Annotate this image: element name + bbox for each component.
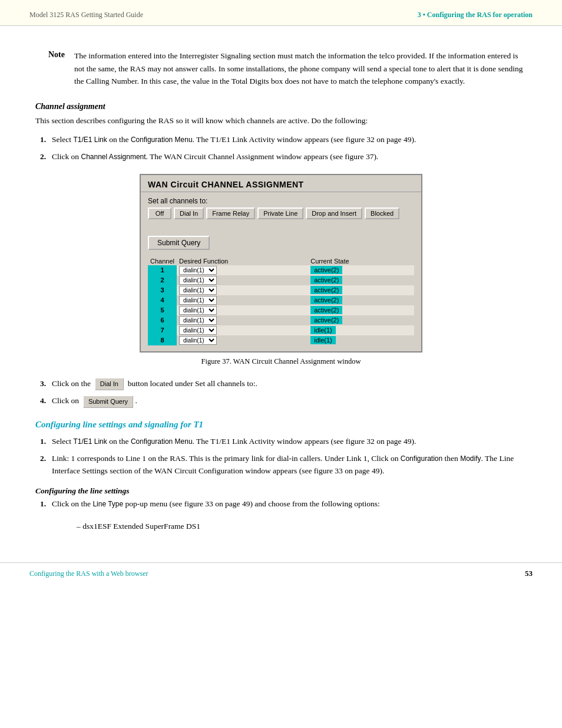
channel-state: idle(1) bbox=[308, 335, 414, 345]
channel-function[interactable]: dialin(1) bbox=[177, 305, 308, 315]
blocked-button[interactable]: Blocked bbox=[365, 207, 399, 219]
channel-number: 8 bbox=[148, 335, 177, 345]
spacer bbox=[148, 225, 414, 236]
channel-dropdown[interactable]: dialin(1) bbox=[179, 296, 217, 305]
step-text: Select T1/E1 Link on the Configuration M… bbox=[52, 134, 527, 146]
step-text: Click on Submit Query . bbox=[52, 395, 527, 407]
channel-dropdown[interactable]: dialin(1) bbox=[179, 266, 217, 275]
step-text: Click on the Line Type pop-up menu (see … bbox=[52, 498, 527, 510]
channel-state: active(2) bbox=[308, 295, 414, 305]
drop-insert-button[interactable]: Drop and Insert bbox=[306, 207, 362, 219]
step-number: 2. bbox=[35, 453, 46, 477]
figure-caption: Figure 37. WAN Circuit Channel Assignmen… bbox=[201, 357, 361, 366]
page-header: Model 3125 RAS Getting Started Guide 3 •… bbox=[0, 0, 562, 26]
list-item: 1. Click on the Line Type pop-up menu (s… bbox=[35, 498, 527, 510]
table-row: 6dialin(1)active(2) bbox=[148, 315, 414, 325]
page-footer: Configuring the RAS with a Web browser 5… bbox=[0, 562, 562, 584]
channel-dropdown[interactable]: dialin(1) bbox=[179, 286, 217, 295]
wan-title-bar: WAN Circuit CHANNEL ASSIGNMENT bbox=[141, 175, 421, 192]
channel-table: Channel Desired Function Current State 1… bbox=[148, 257, 414, 345]
wan-window: WAN Circuit CHANNEL ASSIGNMENT Set all c… bbox=[140, 174, 422, 353]
channel-number: 5 bbox=[148, 305, 177, 315]
table-row: 5dialin(1)active(2) bbox=[148, 305, 414, 315]
table-row: 8dialin(1)idle(1) bbox=[148, 335, 414, 345]
step-text: Link: 1 corresponds to Line 1 on the RAS… bbox=[52, 453, 527, 477]
channel-select-wrapper: dialin(1) bbox=[179, 326, 306, 335]
submit-section: Submit Query bbox=[148, 236, 414, 250]
sub-options: – dsx1ESF Extended SuperFrame DS1 bbox=[77, 520, 527, 533]
sub-option-item: – dsx1ESF Extended SuperFrame DS1 bbox=[77, 520, 527, 533]
step-number: 3. bbox=[35, 378, 46, 390]
col-header-state: Current State bbox=[308, 257, 414, 265]
step-text: Click on the Dial In button located unde… bbox=[52, 378, 527, 390]
list-item: 2. Click on Channel Assignment. The WAN … bbox=[35, 151, 527, 163]
page: Model 3125 RAS Getting Started Guide 3 •… bbox=[0, 0, 562, 728]
list-item: 1. Select T1/E1 Link on the Configuratio… bbox=[35, 436, 527, 448]
channel-select-wrapper: dialin(1) bbox=[179, 266, 306, 275]
configuring-line-steps: 1. Select T1/E1 Link on the Configuratio… bbox=[35, 436, 527, 477]
dialin-inline-button[interactable]: Dial In bbox=[95, 378, 124, 390]
channel-function[interactable]: dialin(1) bbox=[177, 275, 308, 285]
channel-state: active(2) bbox=[308, 285, 414, 295]
step-text: Click on Channel Assignment. The WAN Cir… bbox=[52, 151, 527, 163]
channel-select-wrapper: dialin(1) bbox=[179, 286, 306, 295]
channel-dropdown[interactable]: dialin(1) bbox=[179, 276, 217, 285]
header-right: 3 • Configuring the RAS for operation bbox=[418, 11, 533, 19]
step-number: 2. bbox=[35, 151, 46, 163]
line-settings-sub-heading: Configuring the line settings bbox=[35, 486, 527, 496]
table-row: 1dialin(1)active(2) bbox=[148, 265, 414, 275]
table-row: 2dialin(1)active(2) bbox=[148, 275, 414, 285]
channel-select-wrapper: dialin(1) bbox=[179, 296, 306, 305]
footer-page-number: 53 bbox=[525, 569, 533, 578]
private-line-button[interactable]: Private Line bbox=[257, 207, 303, 219]
channel-function[interactable]: dialin(1) bbox=[177, 285, 308, 295]
step-4: 4. Click on Submit Query . bbox=[35, 395, 527, 407]
channel-assignment-heading: Channel assignment bbox=[35, 102, 527, 111]
channel-dropdown[interactable]: dialin(1) bbox=[179, 306, 217, 315]
step-number: 1. bbox=[35, 498, 46, 510]
set-all-label: Set all channels to: bbox=[148, 197, 414, 205]
submit-inline-button[interactable]: Submit Query bbox=[83, 396, 133, 408]
dialin-button[interactable]: Dial In bbox=[174, 207, 204, 219]
channel-number: 4 bbox=[148, 295, 177, 305]
step-text: Select T1/E1 Link on the Configuration M… bbox=[52, 436, 527, 448]
content-area: Note The information entered into the In… bbox=[0, 26, 562, 551]
channel-select-wrapper: dialin(1) bbox=[179, 306, 306, 315]
channel-number: 3 bbox=[148, 285, 177, 295]
header-left: Model 3125 RAS Getting Started Guide bbox=[29, 11, 143, 19]
channel-dropdown[interactable]: dialin(1) bbox=[179, 336, 217, 345]
wan-body: Set all channels to: Off Dial In Frame R… bbox=[141, 192, 421, 351]
configuring-line-heading: Configuring line settings and signaling … bbox=[35, 420, 527, 430]
step-number: 4. bbox=[35, 395, 46, 407]
channel-function[interactable]: dialin(1) bbox=[177, 335, 308, 345]
channel-function[interactable]: dialin(1) bbox=[177, 265, 308, 275]
channel-dropdown[interactable]: dialin(1) bbox=[179, 316, 217, 325]
list-item: 2. Link: 1 corresponds to Line 1 on the … bbox=[35, 453, 527, 477]
col-header-channel: Channel bbox=[148, 257, 177, 265]
step-3: 3. Click on the Dial In button located u… bbox=[35, 378, 527, 390]
submit-query-button[interactable]: Submit Query bbox=[148, 236, 210, 250]
channel-function[interactable]: dialin(1) bbox=[177, 315, 308, 325]
footer-left: Configuring the RAS with a Web browser bbox=[29, 569, 148, 578]
channel-state: active(2) bbox=[308, 275, 414, 285]
channel-assignment-steps: 1. Select T1/E1 Link on the Configuratio… bbox=[35, 134, 527, 163]
step-number: 1. bbox=[35, 134, 46, 146]
channel-dropdown[interactable]: dialin(1) bbox=[179, 326, 217, 335]
frame-relay-button[interactable]: Frame Relay bbox=[206, 207, 255, 219]
channel-function[interactable]: dialin(1) bbox=[177, 325, 308, 335]
table-row: 3dialin(1)active(2) bbox=[148, 285, 414, 295]
channel-number: 6 bbox=[148, 315, 177, 325]
note-label: Note bbox=[35, 50, 65, 88]
channel-state: active(2) bbox=[308, 305, 414, 315]
channel-number: 2 bbox=[148, 275, 177, 285]
channel-select-wrapper: dialin(1) bbox=[179, 276, 306, 285]
channel-state: active(2) bbox=[308, 265, 414, 275]
channel-select-wrapper: dialin(1) bbox=[179, 316, 306, 325]
col-header-function: Desired Function bbox=[177, 257, 308, 265]
step-number: 1. bbox=[35, 436, 46, 448]
channel-function[interactable]: dialin(1) bbox=[177, 295, 308, 305]
off-button[interactable]: Off bbox=[148, 207, 171, 219]
table-row: 4dialin(1)active(2) bbox=[148, 295, 414, 305]
note-text: The information entered into the Interre… bbox=[74, 50, 527, 88]
channel-number: 1 bbox=[148, 265, 177, 275]
